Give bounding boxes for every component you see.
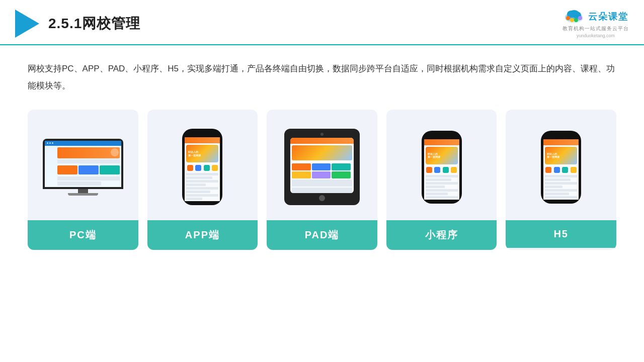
h5-phone-screen: 职达人的第一堂网课 xyxy=(543,139,579,200)
card-pad: PAD端 xyxy=(267,110,377,250)
svg-point-6 xyxy=(569,10,579,17)
mini-phone-screen: 职达人的第一堂网课 xyxy=(424,139,459,200)
main-content: 网校支持PC、APP、PAD、小程序、H5，实现多端打通，产品各终端自由切换，数… xyxy=(0,45,644,260)
tablet-screen xyxy=(290,138,354,193)
mini-phone-notch xyxy=(436,135,448,138)
card-pc: PC端 xyxy=(28,110,138,250)
brand-sub: 教育机构一站式服务云平台 xyxy=(562,25,629,32)
page-title: 2.5.1网校管理 xyxy=(48,14,140,33)
app-phone-screen: 职达人的第一堂网课 xyxy=(185,137,220,201)
h5-phone-notch xyxy=(555,135,567,138)
svg-point-7 xyxy=(566,16,570,20)
pc-screen xyxy=(45,141,121,187)
cloud-logo: 云朵课堂 xyxy=(563,9,628,24)
card-mini-image: 职达人的第一堂网课 xyxy=(386,110,497,220)
card-app-image: 职达人的第一堂网课 xyxy=(147,110,258,220)
pc-mockup xyxy=(43,139,123,196)
card-h5-label: H5 xyxy=(506,220,616,248)
cards-container: PC端 职达人的第一堂网课 xyxy=(28,110,616,250)
card-pc-label: PC端 xyxy=(28,220,138,250)
svg-point-9 xyxy=(574,18,578,22)
card-pad-image xyxy=(267,110,377,220)
header: 2.5.1网校管理 云朵课堂 教育机构一站式服务云平台 yunduoketang… xyxy=(0,0,644,45)
tablet-mockup xyxy=(284,129,360,205)
header-left: 2.5.1网校管理 xyxy=(15,10,140,38)
card-mini: 职达人的第一堂网课 xyxy=(386,110,497,250)
brand-logo: 云朵课堂 教育机构一站式服务云平台 yunduoketang.com xyxy=(562,9,629,38)
app-phone-mockup: 职达人的第一堂网课 xyxy=(182,129,222,205)
phone-notch xyxy=(196,133,208,136)
svg-point-10 xyxy=(578,16,582,20)
mini-phone-outer: 职达人的第一堂网课 xyxy=(422,131,462,204)
card-app: 职达人的第一堂网课 xyxy=(147,110,258,250)
card-app-label: APP端 xyxy=(147,220,258,250)
card-h5-image: 职达人的第一堂网课 xyxy=(506,110,616,220)
app-phone-outer: 职达人的第一堂网课 xyxy=(182,129,222,205)
pc-screen-outer xyxy=(43,139,123,189)
tablet-camera xyxy=(320,133,324,136)
h5-phone-outer: 职达人的第一堂网课 xyxy=(541,131,581,204)
tablet-outer xyxy=(284,129,360,205)
h5-phone-mockup: 职达人的第一堂网课 xyxy=(541,131,581,204)
brand-name: 云朵课堂 xyxy=(588,11,628,23)
brand-url: yunduoketang.com xyxy=(577,33,615,38)
svg-point-8 xyxy=(570,18,574,22)
card-pc-image xyxy=(28,110,138,220)
card-h5: 职达人的第一堂网课 xyxy=(506,110,616,250)
cloud-icon xyxy=(563,9,585,24)
tablet-home-btn xyxy=(319,195,325,201)
card-mini-label: 小程序 xyxy=(386,220,497,250)
play-icon xyxy=(15,10,39,38)
description-text: 网校支持PC、APP、PAD、小程序、H5，实现多端打通，产品各终端自由切换，数… xyxy=(28,60,616,95)
mini-phone-mockup: 职达人的第一堂网课 xyxy=(422,131,462,204)
card-pad-label: PAD端 xyxy=(267,220,377,250)
